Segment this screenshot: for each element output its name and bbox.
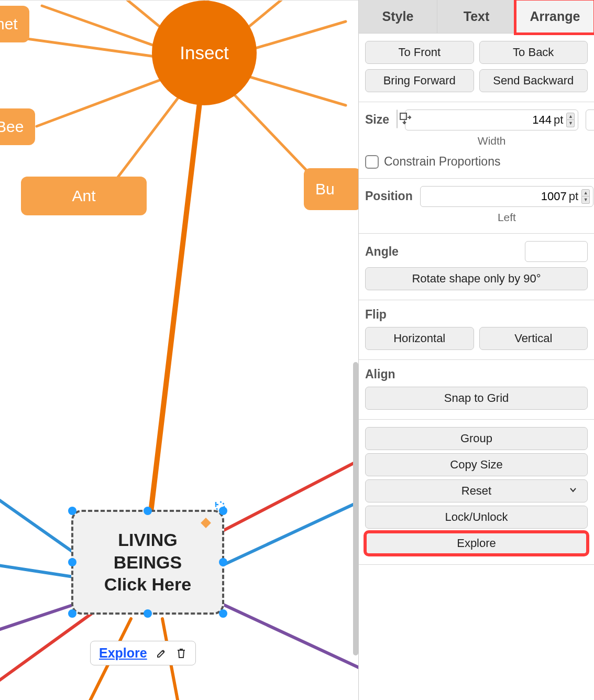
arrange-panel: To Front To Back Bring Forward Send Back… xyxy=(359,34,594,700)
svg-rect-20 xyxy=(400,113,406,119)
size-mode-icon[interactable] xyxy=(397,110,398,128)
constrain-checkbox[interactable] xyxy=(365,155,379,169)
node-label: Bu xyxy=(315,180,335,198)
node-ant[interactable]: Ant xyxy=(21,177,147,215)
resize-handle[interactable] xyxy=(68,558,76,566)
angle-section: Angle ° ▲▼ Rotate shape only by 90° xyxy=(359,234,594,300)
node-hornet[interactable]: rnet xyxy=(0,6,29,42)
node-label: Ant xyxy=(72,187,95,205)
stepper-up[interactable]: ▲ xyxy=(581,189,590,196)
height-input[interactable]: pt ▲▼ xyxy=(586,110,594,130)
flip-horizontal-button[interactable]: Horizontal xyxy=(365,327,474,350)
reset-dropdown[interactable]: Reset xyxy=(365,479,588,502)
to-front-button[interactable]: To Front xyxy=(365,41,474,64)
edit-icon[interactable] xyxy=(156,648,167,659)
stepper-down[interactable]: ▼ xyxy=(566,120,575,127)
svg-line-15 xyxy=(0,614,92,700)
chevron-down-icon xyxy=(568,484,578,498)
explore-popup: Explore xyxy=(90,641,196,665)
stepper-down[interactable]: ▼ xyxy=(581,196,590,204)
copy-size-button[interactable]: Copy Size xyxy=(365,453,588,476)
size-label: Size xyxy=(365,113,389,127)
node-living-beings-selected[interactable]: LIVING BEINGS Click Here xyxy=(71,510,224,615)
explore-button[interactable]: Explore xyxy=(365,532,588,555)
svg-line-14 xyxy=(215,456,358,535)
width-unit: pt xyxy=(554,113,565,127)
svg-line-11 xyxy=(0,456,79,556)
lock-unlock-button[interactable]: Lock/Unlock xyxy=(365,506,588,529)
left-field[interactable] xyxy=(421,190,569,203)
constrain-label: Constrain Proportions xyxy=(384,155,500,169)
to-back-button[interactable]: To Back xyxy=(479,41,588,64)
width-field[interactable] xyxy=(405,113,554,127)
align-label: Align xyxy=(365,367,588,381)
left-input[interactable]: pt ▲▼ xyxy=(420,186,593,207)
format-sidebar: Style Text Arrange To Front To Back Brin… xyxy=(358,0,594,700)
node-label: rnet xyxy=(0,15,18,33)
width-sublabel: Width xyxy=(478,135,506,147)
rotate-handle-icon[interactable] xyxy=(215,494,225,505)
resize-handle[interactable] xyxy=(219,558,227,566)
left-unit: pt xyxy=(569,190,580,203)
svg-line-18 xyxy=(0,603,79,650)
flip-vertical-button[interactable]: Vertical xyxy=(479,327,588,350)
flip-label: Flip xyxy=(365,308,588,322)
flip-section: Flip Horizontal Vertical xyxy=(359,300,594,360)
send-backward-button[interactable]: Send Backward xyxy=(479,69,588,92)
tab-text[interactable]: Text xyxy=(437,0,516,33)
angle-label: Angle xyxy=(365,245,518,259)
stepper-up[interactable]: ▲ xyxy=(566,113,575,120)
svg-line-13 xyxy=(220,498,358,566)
sidebar-tabs: Style Text Arrange xyxy=(359,0,594,34)
left-sublabel: Left xyxy=(498,211,516,224)
tab-style[interactable]: Style xyxy=(359,0,437,33)
resize-handle[interactable] xyxy=(144,609,152,618)
angle-field[interactable] xyxy=(525,245,594,258)
node-label: LIVING BEINGS Click Here xyxy=(104,529,191,596)
width-input[interactable]: pt ▲▼ xyxy=(405,110,578,130)
delete-icon[interactable] xyxy=(175,648,187,659)
node-label: Bee xyxy=(0,118,24,136)
group-button[interactable]: Group xyxy=(365,427,588,450)
position-label: Position xyxy=(365,189,413,203)
node-insect[interactable]: Insect xyxy=(152,1,257,105)
svg-line-10 xyxy=(146,63,204,556)
rotate-90-button[interactable]: Rotate shape only by 90° xyxy=(365,267,588,290)
bring-forward-button[interactable]: Bring Forward xyxy=(365,69,474,92)
resize-handle[interactable] xyxy=(144,507,152,515)
height-field[interactable] xyxy=(586,113,594,127)
node-label: Insect xyxy=(180,42,228,63)
node-bee[interactable]: Bee xyxy=(0,108,35,145)
snap-to-grid-button[interactable]: Snap to Grid xyxy=(365,387,588,410)
misc-section: Group Copy Size Reset Lock/Unlock Explor… xyxy=(359,420,594,565)
svg-line-19 xyxy=(220,603,358,671)
order-section: To Front To Back Bring Forward Send Back… xyxy=(359,34,594,102)
resize-handle[interactable] xyxy=(68,507,76,515)
angle-input[interactable]: ° ▲▼ xyxy=(525,241,588,262)
link-indicator-diamond-icon xyxy=(201,518,211,528)
explore-link[interactable]: Explore xyxy=(99,646,147,661)
reset-label: Reset xyxy=(461,484,491,498)
diagram-canvas[interactable]: Insect rnet Bee Ant Bu LIVING BEINGS Cli… xyxy=(0,0,358,700)
tab-arrange[interactable]: Arrange xyxy=(516,0,594,33)
resize-handle[interactable] xyxy=(68,609,76,618)
align-section: Align Snap to Grid xyxy=(359,360,594,420)
position-section: Position pt ▲▼ Left pt ▲▼ xyxy=(359,179,594,234)
resize-handle[interactable] xyxy=(219,609,227,618)
size-section: Size pt ▲▼ Width xyxy=(359,102,594,179)
canvas-scrollbar[interactable] xyxy=(353,362,358,655)
node-butterfly[interactable]: Bu xyxy=(304,168,358,210)
svg-line-12 xyxy=(0,556,73,577)
